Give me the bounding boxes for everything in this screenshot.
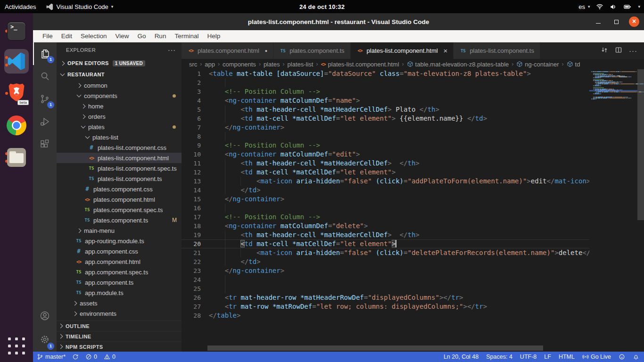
close-button[interactable]: × xyxy=(629,16,639,27)
clock[interactable]: 24 de oct 10:32 xyxy=(299,3,345,10)
dock-item-terminal[interactable]: >_ xyxy=(4,19,29,43)
breadcrumb-item-plates-list[interactable]: plates-list xyxy=(288,61,314,68)
line-number[interactable]: 1 xyxy=(182,69,209,78)
tree-item-home[interactable]: home xyxy=(57,101,182,111)
tree-item-assets[interactable]: assets xyxy=(57,298,182,308)
close-tab-icon[interactable]: × xyxy=(444,47,448,54)
tree-item-plates-list[interactable]: plates-list xyxy=(57,132,182,142)
minimap[interactable] xyxy=(589,69,637,352)
tab-plates-list.component.ts[interactable]: TSplates-list.component.ts xyxy=(454,42,540,59)
code-line-10[interactable]: 10<ng-container matColumnDef="edit"> xyxy=(182,150,637,159)
code-line-23[interactable]: 23</ng-container> xyxy=(182,266,637,275)
menu-item-selection[interactable]: Selection xyxy=(77,32,111,41)
code-line-15[interactable]: 15</ng-container> xyxy=(182,195,637,204)
code-line-22[interactable]: 22</td> xyxy=(182,257,637,266)
activity-run-debug[interactable] xyxy=(33,110,57,133)
section-outline[interactable]: OUTLINE xyxy=(57,321,182,331)
section-npm-scripts[interactable]: NPM SCRIPTS xyxy=(57,341,182,352)
code-line-17[interactable]: 17<!-- Position Column --> xyxy=(182,213,637,222)
dock-item-files[interactable] xyxy=(4,145,29,170)
status-indentation[interactable]: Spaces: 4 xyxy=(486,354,512,360)
line-number[interactable]: 17 xyxy=(182,213,209,222)
tree-item-plates.component.html[interactable]: <>plates.component.html xyxy=(57,194,182,205)
open-changes-icon[interactable] xyxy=(601,46,608,56)
tree-item-plates[interactable]: plates xyxy=(57,122,182,132)
tree-item-environments[interactable]: environments xyxy=(57,308,182,319)
code-line-21[interactable]: 21<mat-icon aria-hidden="false" (click)=… xyxy=(182,248,637,257)
code-line-19[interactable]: 19<th mat-header-cell *matHeaderCellDef>… xyxy=(182,230,637,239)
split-editor-icon[interactable] xyxy=(615,46,622,56)
breadcrumb-item-ng-container[interactable]: ng-container xyxy=(516,61,559,68)
dock-item-vscode[interactable] xyxy=(4,49,29,74)
app-menu[interactable]: Visual Studio Code ▾ xyxy=(46,3,113,10)
status-bell[interactable] xyxy=(633,354,639,360)
line-number[interactable]: 14 xyxy=(182,186,209,195)
breadcrumb-item-src[interactable]: src xyxy=(189,61,197,68)
line-number[interactable]: 22 xyxy=(182,257,209,266)
menu-item-terminal[interactable]: Terminal xyxy=(171,32,202,41)
code-line-27[interactable]: 27<tr mat-row *matRowDef="let row; colum… xyxy=(182,302,637,311)
code-line-13[interactable]: 13<mat-icon aria-hidden="false" (click)=… xyxy=(182,177,637,186)
code-line-16[interactable]: 16 xyxy=(182,204,637,213)
code-line-24[interactable]: 24 xyxy=(182,275,637,284)
dock-item-chrome[interactable] xyxy=(4,113,29,138)
menu-item-go[interactable]: Go xyxy=(134,32,150,41)
line-number[interactable]: 5 xyxy=(182,105,209,114)
status-encoding[interactable]: UTF-8 xyxy=(520,354,537,360)
breadcrumb-item-components[interactable]: components xyxy=(223,61,256,68)
dock-item-brave-beta[interactable]: beta xyxy=(4,81,29,106)
more-actions-icon[interactable]: ··· xyxy=(168,46,176,54)
line-number[interactable]: 8 xyxy=(182,132,209,141)
tab-plates-list.component.html[interactable]: <>plates-list.component.html× xyxy=(351,42,454,59)
line-number[interactable]: 3 xyxy=(182,87,209,96)
activities-button[interactable]: Actividades xyxy=(5,3,36,10)
tree-item-app-routing.module.ts[interactable]: TSapp-routing.module.ts xyxy=(57,236,182,246)
breadcrumb-item-app[interactable]: app xyxy=(205,61,215,68)
breadcrumb-item-plates[interactable]: plates xyxy=(264,61,280,68)
tree-item-app.module.ts[interactable]: TSapp.module.ts xyxy=(57,288,182,298)
activity-source-control[interactable]: 1 xyxy=(33,88,57,110)
status-branch[interactable]: master* xyxy=(37,354,66,360)
code-line-6[interactable]: 6<td mat-cell *matCellDef="let element">… xyxy=(182,114,637,123)
status-errors[interactable]: 0 xyxy=(85,354,97,360)
menu-item-view[interactable]: View xyxy=(112,32,133,41)
workspace-root[interactable]: RESTAURANT xyxy=(57,69,182,80)
code-line-25[interactable]: 25 xyxy=(182,284,637,293)
line-number[interactable]: 20 xyxy=(182,239,209,248)
tree-item-app.component.html[interactable]: <>app.component.html xyxy=(57,256,182,267)
code-line-11[interactable]: 11<th mat-header-cell *matHeaderCellDef>… xyxy=(182,159,637,168)
code-line-2[interactable]: 2 xyxy=(182,78,637,87)
tree-item-plates-list.component.ts[interactable]: TSplates-list.component.ts xyxy=(57,173,182,184)
horizontal-scrollbar[interactable] xyxy=(207,346,543,351)
tree-item-plates.component.spec.ts[interactable]: TSplates.component.spec.ts xyxy=(57,205,182,215)
tree-item-main-menu[interactable]: main-menu xyxy=(57,225,182,236)
tree-item-plates-list.component.css[interactable]: #plates-list.component.css xyxy=(57,142,182,153)
code-line-4[interactable]: 4<ng-container matColumnDef="name"> xyxy=(182,96,637,105)
line-number[interactable]: 18 xyxy=(182,222,209,230)
system-tray[interactable]: es ▾ ▾ xyxy=(578,3,640,10)
activity-search[interactable] xyxy=(33,65,57,88)
more-actions-icon[interactable]: ··· xyxy=(629,47,637,55)
code-line-9[interactable]: 9<!-- Position Column --> xyxy=(182,141,637,150)
open-editors-header[interactable]: OPEN EDITORS 1 UNSAVED xyxy=(57,58,182,69)
tab-plates.component.html[interactable]: <>plates.component.html● xyxy=(182,42,273,59)
status-go-live[interactable]: Go Live xyxy=(582,354,611,360)
status-warnings[interactable]: 0 xyxy=(104,354,116,360)
status-language[interactable]: HTML xyxy=(559,354,575,360)
code-line-3[interactable]: 3<!-- Position Column --> xyxy=(182,87,637,96)
minimize-button[interactable] xyxy=(593,16,603,27)
tree-item-plates.component.ts[interactable]: TSplates.component.tsM xyxy=(57,215,182,225)
menu-item-run[interactable]: Run xyxy=(151,32,170,41)
status-feedback[interactable] xyxy=(619,354,625,360)
vertical-scrollbar[interactable] xyxy=(637,69,644,220)
keyboard-layout-indicator[interactable]: es ▾ xyxy=(578,3,590,10)
line-number[interactable]: 11 xyxy=(182,159,209,168)
menu-item-help[interactable]: Help xyxy=(203,32,224,41)
line-number[interactable]: 2 xyxy=(182,78,209,87)
code-editor[interactable]: 1<table mat-table [dataSource]="dataSour… xyxy=(182,69,644,352)
line-number[interactable]: 7 xyxy=(182,123,209,132)
tree-item-plates-list.component.html[interactable]: <>plates-list.component.html xyxy=(57,153,182,163)
line-number[interactable]: 25 xyxy=(182,284,209,293)
code-line-28[interactable]: 28</table> xyxy=(182,311,637,320)
code-line-14[interactable]: 14</td> xyxy=(182,186,637,195)
